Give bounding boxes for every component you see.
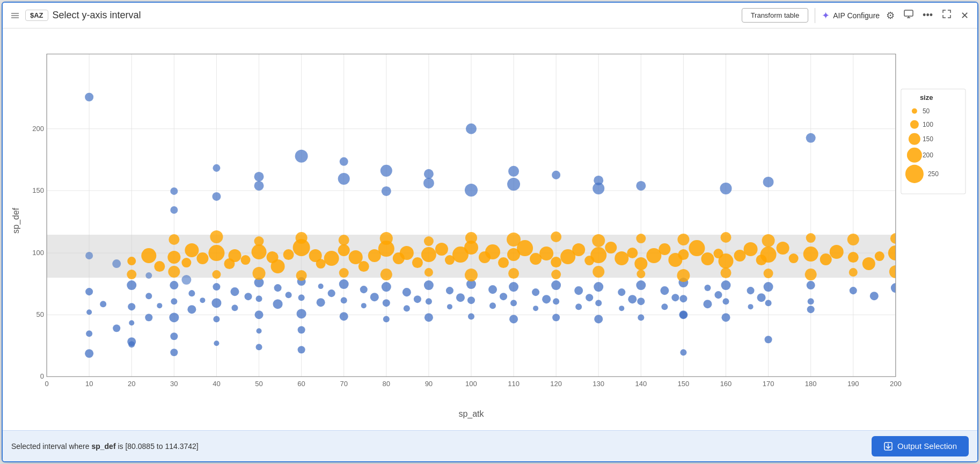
settings-button[interactable]: ⚙ — [884, 8, 897, 24]
svg-point-196 — [806, 133, 816, 143]
svg-point-203 — [185, 243, 199, 257]
svg-point-268 — [168, 266, 180, 278]
svg-text:180: 180 — [805, 380, 817, 388]
svg-point-260 — [803, 247, 818, 262]
scatter-chart[interactable]: sp_def sp_atk — [9, 35, 971, 428]
svg-point-282 — [764, 269, 773, 278]
svg-point-257 — [760, 247, 777, 263]
svg-text:200: 200 — [923, 151, 933, 159]
output-icon — [883, 441, 893, 451]
svg-point-120 — [403, 288, 411, 296]
svg-point-231 — [485, 244, 500, 259]
svg-point-60 — [254, 172, 264, 182]
svg-point-190 — [382, 186, 391, 196]
svg-text:120: 120 — [550, 380, 562, 388]
svg-point-239 — [572, 243, 585, 256]
aip-configure-button[interactable]: ✦ AIP Configure — [822, 10, 880, 21]
svg-point-280 — [677, 269, 690, 282]
svg-point-301 — [806, 233, 816, 243]
svg-point-75 — [100, 301, 106, 307]
svg-point-175 — [808, 298, 814, 305]
svg-text:150: 150 — [32, 186, 44, 194]
svg-point-288 — [254, 236, 264, 246]
output-selection-button[interactable]: Output Selection — [872, 436, 969, 456]
svg-text:110: 110 — [508, 380, 520, 388]
status-suffix: is [80.0885 to 114.3742] — [116, 442, 199, 451]
svg-point-237 — [551, 257, 561, 267]
svg-point-128 — [456, 293, 465, 302]
svg-text:100: 100 — [923, 121, 933, 128]
svg-point-304 — [85, 252, 93, 259]
chart-container[interactable]: sp_def sp_atk — [3, 28, 977, 430]
svg-text:0: 0 — [45, 380, 48, 388]
svg-point-269 — [212, 270, 221, 279]
svg-point-136 — [510, 300, 517, 306]
transform-table-button[interactable]: Transform table — [742, 8, 809, 23]
svg-point-193 — [594, 176, 603, 185]
svg-point-201 — [167, 251, 180, 264]
header: $AZ Select y-axis interval Transform tab… — [3, 3, 977, 28]
svg-point-149 — [594, 315, 603, 323]
svg-point-73 — [86, 330, 92, 337]
page-title: Select y-axis interval — [53, 10, 737, 21]
svg-point-298 — [677, 234, 689, 245]
svg-point-258 — [777, 242, 789, 255]
svg-point-197 — [807, 306, 815, 313]
svg-point-286 — [169, 234, 179, 245]
svg-point-100 — [257, 328, 262, 334]
expand-button[interactable] — [939, 6, 954, 24]
svg-point-259 — [789, 253, 799, 263]
svg-point-279 — [637, 270, 645, 278]
svg-point-171 — [764, 282, 773, 292]
svg-point-74 — [85, 349, 93, 358]
svg-point-253 — [718, 253, 733, 269]
monitor-button[interactable] — [901, 6, 916, 24]
svg-point-198 — [127, 257, 136, 265]
aip-label: AIP Configure — [833, 11, 880, 20]
svg-point-179 — [128, 341, 135, 347]
svg-point-293 — [465, 232, 477, 244]
svg-point-130 — [467, 296, 475, 304]
svg-text:90: 90 — [425, 380, 433, 388]
svg-point-276 — [508, 268, 519, 279]
svg-point-65 — [508, 166, 519, 177]
svg-point-151 — [619, 306, 624, 311]
svg-text:200: 200 — [32, 125, 44, 133]
svg-point-278 — [593, 266, 604, 278]
more-button[interactable]: ••• — [920, 8, 935, 23]
close-icon: ✕ — [961, 10, 969, 21]
svg-point-157 — [661, 303, 668, 310]
svg-point-87 — [170, 332, 178, 340]
svg-point-277 — [551, 270, 561, 279]
svg-point-98 — [256, 295, 262, 302]
svg-point-245 — [634, 257, 647, 270]
svg-point-101 — [274, 284, 282, 292]
svg-point-180 — [170, 349, 178, 356]
svg-point-92 — [211, 298, 221, 308]
svg-point-211 — [271, 259, 285, 273]
svg-point-94 — [230, 287, 239, 296]
svg-point-103 — [286, 292, 292, 298]
svg-point-135 — [509, 282, 518, 292]
svg-point-118 — [383, 299, 390, 307]
svg-point-209 — [252, 244, 267, 259]
close-button[interactable]: ✕ — [959, 8, 971, 24]
svg-point-302 — [847, 234, 859, 245]
svg-point-290 — [339, 235, 349, 245]
expand-icon — [941, 9, 952, 22]
svg-point-133 — [489, 302, 496, 309]
drag-handle[interactable] — [9, 11, 21, 20]
svg-point-123 — [424, 280, 434, 290]
svg-point-66 — [552, 171, 560, 179]
svg-point-274 — [425, 268, 433, 277]
svg-point-108 — [318, 284, 324, 289]
svg-point-121 — [404, 305, 410, 311]
svg-text:50: 50 — [36, 310, 44, 318]
svg-point-307 — [181, 275, 191, 285]
svg-text:100: 100 — [32, 249, 44, 257]
svg-point-83 — [157, 303, 162, 308]
svg-text:50: 50 — [255, 380, 262, 388]
svg-point-314 — [909, 133, 920, 145]
svg-point-76 — [113, 324, 120, 332]
svg-point-106 — [297, 309, 306, 318]
